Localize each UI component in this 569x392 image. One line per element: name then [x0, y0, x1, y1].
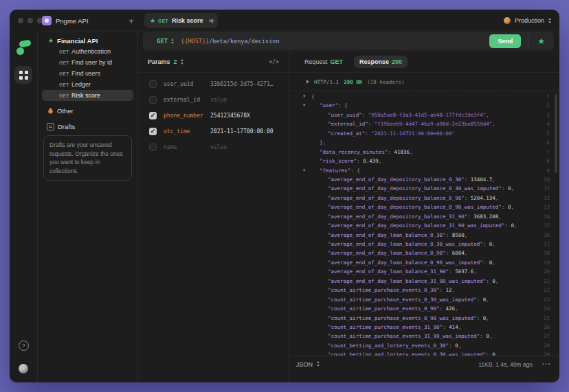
drafts-icon [47, 123, 54, 130]
new-request-button[interactable]: + [126, 10, 136, 32]
params-table: user_uuid33b6215d-3d75-4271…external_idv… [138, 73, 289, 155]
code-view-toggle-icon[interactable]: </> [269, 59, 279, 65]
sidebar-item-risk-score[interactable]: GETRisk score [42, 90, 133, 101]
code-content: }, [320, 138, 326, 147]
response-tab-label: Response [359, 58, 389, 65]
favorite-star-icon[interactable]: ★ [537, 37, 545, 45]
environment-selector[interactable]: Production [504, 10, 551, 32]
json-key: "count_airtime_purchase_events_0_90" [328, 305, 440, 312]
tab-request[interactable]: Request GET [299, 56, 348, 68]
param-name-cell[interactable]: external_id [164, 97, 203, 103]
code-content: "count_airtime_purchase_events_31_90_was… [328, 332, 492, 341]
code-line: "created_at": "2021-11-16T21:00:00+00:00… [289, 129, 559, 138]
window-controls[interactable] [18, 10, 43, 32]
params-title[interactable]: Params [148, 58, 170, 65]
param-value-cell[interactable]: 2021-11-17T00:00:00 [210, 128, 282, 135]
workspace-icon [42, 16, 52, 25]
json-key: "count_betting_and_lottery_events_0_30" [328, 343, 449, 349]
param-value-cell[interactable]: 25412345678X [210, 113, 282, 119]
sidebar-item-find-user-by-id[interactable]: GETFind user by id [38, 57, 137, 68]
method-label: GET [59, 49, 69, 54]
tab-response[interactable]: Response 200 [354, 56, 408, 68]
method-updown-icon[interactable] [171, 38, 174, 44]
param-name-cell[interactable]: name [164, 144, 203, 150]
param-name-cell[interactable]: user_uuid [164, 81, 203, 87]
sidebar-item-drafts[interactable]: Drafts [38, 121, 137, 132]
params-panel: Params 2 </> user_uuid33b6215d-3d75-4271… [138, 51, 289, 382]
response-tab-status: 200 [392, 58, 402, 65]
param-checkbox[interactable] [149, 96, 157, 104]
format-select[interactable]: JSON [296, 361, 313, 368]
json-key: "external_id" [328, 121, 368, 127]
account-avatar[interactable] [19, 364, 28, 373]
left-rail: ? [10, 32, 38, 382]
json-key: "average_end_of_day_depository_balance_0… [328, 185, 502, 192]
json-value: 0.439 [363, 158, 379, 164]
url-input[interactable]: {{HOST}}/beta/kenya/decision [181, 38, 279, 45]
line-number: 17 [544, 240, 550, 249]
window-minimize-icon[interactable] [27, 18, 33, 23]
code-content: "average_end_of_day_loan_balance_0_30": … [328, 231, 467, 240]
fold-toggle-icon[interactable]: ▾ [303, 101, 305, 110]
new-tab-button[interactable]: + [208, 10, 217, 32]
line-number: 6 [546, 138, 550, 147]
params-collapse-icon[interactable] [181, 59, 183, 65]
status-code: 200 OK [344, 79, 362, 85]
json-value: 12 [446, 287, 452, 293]
window-close-icon[interactable] [18, 18, 23, 23]
param-value-cell[interactable]: value [210, 97, 282, 103]
request-tab-label: Request [304, 58, 328, 65]
tab-saved-star-icon: ★ [150, 17, 155, 24]
code-content: "count_airtime_purchase_events_31_90": 4… [328, 323, 461, 332]
response-tab-bar: Request GET Response 200 [289, 51, 559, 73]
param-name-cell[interactable]: utc_time [164, 128, 203, 135]
param-name-cell[interactable]: phone_number [164, 113, 203, 119]
method-select[interactable]: GET [157, 38, 168, 45]
help-icon[interactable]: ? [19, 341, 29, 351]
fold-toggle-icon[interactable]: ▾ [303, 166, 305, 175]
code-line: "average_end_of_day_loan_balance_31_90":… [289, 267, 559, 276]
code-content: "count_airtime_purchase_events_0_90": 42… [328, 304, 458, 313]
status-line[interactable]: HTTP/1.1 200 OK (18 headers) [289, 73, 559, 91]
sidebar-item-find-users[interactable]: GETFind users [38, 68, 137, 79]
drafts-label: Drafts [58, 123, 75, 130]
more-menu-icon[interactable]: ··· [542, 361, 551, 368]
sidebar-item-ledger[interactable]: GETLedger [38, 79, 137, 90]
sidebar-item-label: Find users [71, 70, 100, 77]
params-header: Params 2 </> [138, 51, 289, 73]
http-protocol: HTTP/1.1 [314, 79, 339, 85]
response-body: ▾{1▾"user": {2"user_uuid": "958a5ae8-f3a… [289, 91, 559, 356]
param-checkbox[interactable]: ✓ [149, 112, 157, 119]
url-path: /beta/kenya/decision [209, 38, 279, 45]
code-content: "count_airtime_purchase_events_0_30": 12… [328, 286, 455, 295]
fold-toggle-icon[interactable]: ▾ [303, 92, 305, 101]
json-key: "average_end_of_day_loan_balance_0_30_wa… [328, 241, 483, 247]
json-value: "958a5ae8-f3a3-41d5-ae48-177fdc19e3f4" [368, 112, 487, 118]
format-updown-icon[interactable] [317, 361, 320, 367]
line-number: 22 [544, 286, 550, 295]
line-number: 9 [546, 166, 550, 175]
collapse-right-arrow-icon[interactable] [306, 80, 309, 84]
param-value-cell[interactable]: 33b6215d-3d75-4271… [210, 81, 282, 87]
sidebar-item-authentication[interactable]: GETAuthentication [38, 46, 137, 57]
param-value-cell[interactable]: value [210, 144, 282, 150]
workspace-switcher[interactable]: Pngme API [42, 10, 89, 32]
workspace-name: Pngme API [56, 17, 89, 25]
collections-grid-icon[interactable] [14, 66, 32, 84]
param-checkbox[interactable] [149, 143, 157, 151]
send-button[interactable]: Send [489, 34, 521, 48]
method-label: GET [59, 82, 69, 87]
param-checkbox[interactable]: ✓ [149, 128, 157, 135]
sidebar-folder-financial-api[interactable]: ★ Financial API [38, 35, 137, 46]
urlbar-divider [528, 36, 528, 47]
param-checkbox[interactable] [149, 80, 157, 88]
response-meta: 11KB, 1.4s, 49m ago [478, 361, 533, 368]
sidebar: ★ Financial API GETAuthenticationGETFind… [38, 32, 138, 382]
response-footer: JSON 11KB, 1.4s, 49m ago ··· [289, 356, 559, 382]
sidebar-item-other[interactable]: Other [38, 105, 137, 116]
tab-method-label: GET [158, 19, 168, 23]
scrollbar-thumb[interactable] [555, 94, 557, 173]
response-panel: Request GET Response 200 HTTP/1.1 200 OK… [289, 51, 559, 382]
code-content: "count_betting_and_lottery_events_0_30":… [328, 341, 461, 350]
code-content: { [311, 92, 315, 101]
